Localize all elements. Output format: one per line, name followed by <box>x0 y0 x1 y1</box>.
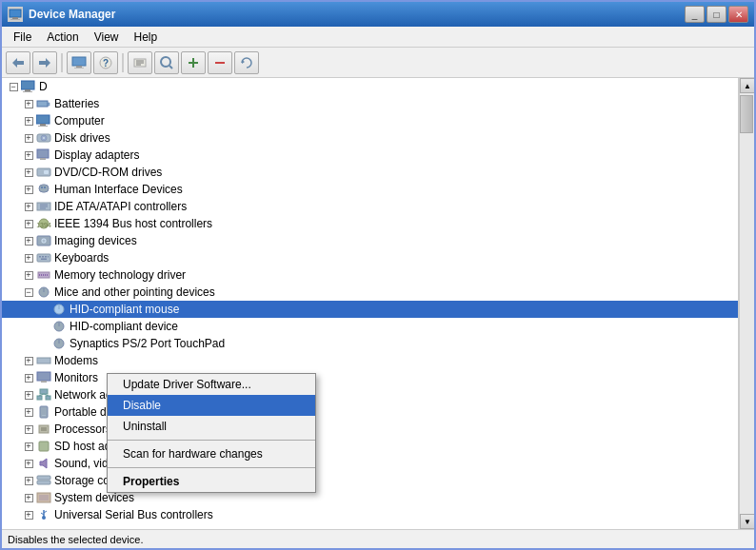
computer-expander[interactable]: + <box>21 113 36 128</box>
disk-expander[interactable]: + <box>21 130 36 146</box>
batteries-expander[interactable]: + <box>21 96 36 111</box>
status-text: Disables the selected device. <box>8 534 143 545</box>
sound-expander[interactable]: + <box>21 456 36 471</box>
tree-imaging[interactable]: + Imaging devices <box>2 232 738 249</box>
processors-expander[interactable]: + <box>21 422 36 437</box>
ctx-scan[interactable]: Scan for hardware changes <box>108 443 315 464</box>
scroll-track[interactable] <box>740 93 754 514</box>
close-button[interactable]: ✕ <box>728 6 748 23</box>
tree-sy-device[interactable]: Synaptics PS/2 Port TouchPad <box>2 335 738 352</box>
back-button[interactable] <box>6 51 30 74</box>
tree-display[interactable]: + Display adapters <box>2 147 738 164</box>
tree-ieee[interactable]: + 1394 IEEE 1394 Bus host controllers <box>2 215 738 232</box>
svg-rect-67 <box>37 358 50 363</box>
remove-button[interactable] <box>208 51 232 74</box>
ctx-properties[interactable]: Properties <box>108 471 315 492</box>
hi1-expander[interactable] <box>36 302 51 317</box>
root-expander[interactable]: − <box>6 79 21 94</box>
tree-mice[interactable]: − Mice and other pointing devices <box>2 284 738 301</box>
sd-expander[interactable]: + <box>21 439 36 454</box>
svg-rect-21 <box>25 89 30 91</box>
menu-file[interactable]: File <box>6 29 39 46</box>
svg-point-14 <box>161 57 170 67</box>
usb-expander[interactable]: + <box>21 507 36 522</box>
svg-rect-57 <box>45 274 46 276</box>
mice-expander[interactable]: − <box>21 285 36 300</box>
svg-rect-69 <box>41 381 47 383</box>
tree-ide[interactable]: + IDE ATA/ATAPI controllers <box>2 198 738 215</box>
imaging-expander[interactable]: + <box>21 233 36 248</box>
svg-rect-51 <box>48 256 49 258</box>
svg-rect-1 <box>12 17 18 19</box>
tree-root[interactable]: − D <box>2 78 738 95</box>
help-button[interactable]: ? <box>93 51 118 74</box>
menu-action[interactable]: Action <box>39 29 86 46</box>
disk-icon <box>36 130 51 146</box>
tree-hid[interactable]: + Human Interface Devices <box>2 181 738 198</box>
menu-view[interactable]: View <box>87 29 127 46</box>
svg-rect-55 <box>41 274 42 276</box>
svg-rect-81 <box>37 476 50 480</box>
dvd-expander[interactable]: + <box>21 165 36 180</box>
modems-expander[interactable]: + <box>21 353 36 368</box>
tree-memory[interactable]: + Memory technology driver <box>2 266 738 284</box>
svg-rect-26 <box>40 124 46 126</box>
display-icon <box>36 147 51 163</box>
computer-tree-icon <box>36 113 51 128</box>
app-icon <box>8 7 23 22</box>
add-button[interactable] <box>181 51 206 74</box>
scroll-up-button[interactable]: ▲ <box>740 78 754 93</box>
monitors-expander[interactable]: + <box>21 370 36 385</box>
storage-expander[interactable]: + <box>21 473 36 488</box>
usb-label: Universal Serial Bus controllers <box>54 508 213 521</box>
hi2-label: HID-compliant device <box>70 320 178 333</box>
tree-dvd[interactable]: + DVD/CD-ROM drives <box>2 164 738 181</box>
properties-button[interactable] <box>128 51 152 74</box>
batteries-label: Batteries <box>54 97 99 110</box>
menu-help[interactable]: Help <box>127 29 166 46</box>
keyboards-label: Keyboards <box>54 251 109 265</box>
svg-rect-0 <box>10 10 21 17</box>
ieee-expander[interactable]: + <box>21 216 36 231</box>
title-bar: Device Manager _ □ ✕ <box>2 2 754 27</box>
tree-hi-device-2[interactable]: HID-compliant device <box>2 318 738 335</box>
scan-button[interactable] <box>154 51 179 74</box>
hi2-expander[interactable] <box>36 319 51 334</box>
ctx-update-driver[interactable]: Update Driver Software... <box>108 374 315 395</box>
svg-rect-22 <box>23 91 32 92</box>
svg-rect-52 <box>41 259 47 261</box>
mice-label: Mice and other pointing devices <box>54 285 215 299</box>
portable-expander[interactable]: + <box>21 404 36 420</box>
network-expander[interactable]: + <box>21 387 36 403</box>
processors-icon <box>36 422 51 437</box>
ide-expander[interactable]: + <box>21 199 36 214</box>
tree-hi-device-1[interactable]: HID-compliant mouse <box>2 301 738 318</box>
device-manager-window: Device Manager _ □ ✕ File Action View He… <box>0 0 756 550</box>
forward-button[interactable] <box>32 51 57 74</box>
maximize-button[interactable]: □ <box>706 6 726 23</box>
memory-expander[interactable]: + <box>21 267 36 283</box>
tree-panel[interactable]: − D + Batteries + Computer <box>2 78 739 529</box>
tree-usb[interactable]: + Universal Serial Bus controllers <box>2 506 738 523</box>
tree-batteries[interactable]: + Batteries <box>2 95 738 112</box>
usb-icon <box>36 507 51 522</box>
scroll-down-button[interactable]: ▼ <box>740 514 754 529</box>
vertical-scrollbar[interactable]: ▲ ▼ <box>739 78 754 529</box>
minimize-button[interactable]: _ <box>685 6 705 23</box>
display-expander[interactable]: + <box>21 147 36 163</box>
refresh-button[interactable] <box>234 51 259 74</box>
tree-disk[interactable]: + Disk drives <box>2 129 738 147</box>
system-expander[interactable]: + <box>21 490 36 505</box>
tree-computer[interactable]: + Computer <box>2 112 738 129</box>
tree-modems[interactable]: + Modems <box>2 352 738 369</box>
portable-icon <box>36 404 51 420</box>
scroll-thumb[interactable] <box>740 95 753 133</box>
sy-expander[interactable] <box>36 336 51 351</box>
computer-button[interactable] <box>67 51 91 74</box>
system-label: System devices <box>54 491 134 504</box>
tree-keyboards[interactable]: + Keyboards <box>2 249 738 266</box>
ctx-uninstall[interactable]: Uninstall <box>108 416 315 437</box>
hid-expander[interactable]: + <box>21 182 36 197</box>
keyboards-expander[interactable]: + <box>21 250 36 265</box>
ctx-disable[interactable]: Disable <box>108 395 315 416</box>
